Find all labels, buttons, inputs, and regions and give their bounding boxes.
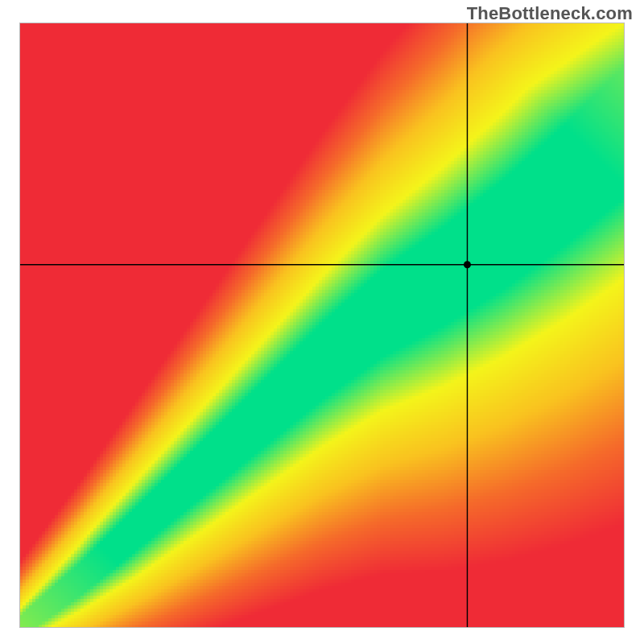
chart-container: TheBottleneck.com xyxy=(0,0,644,644)
heatmap-canvas xyxy=(19,23,625,628)
watermark-label: TheBottleneck.com xyxy=(467,3,633,24)
